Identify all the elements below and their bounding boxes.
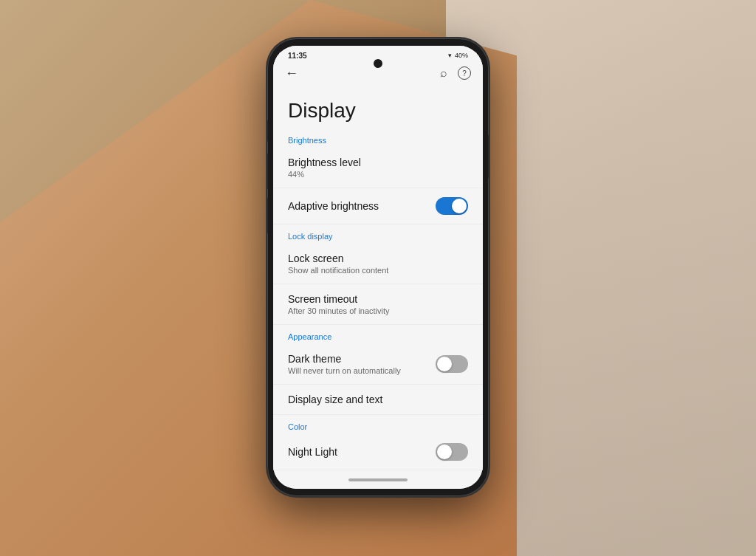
brightness-level-text: Brightness level 44% [288,157,468,179]
brightness-level-title: Brightness level [288,157,468,168]
lock-screen-title: Lock screen [288,253,468,264]
mute-button [267,120,268,142]
section-brightness-header: Brightness [273,128,483,148]
home-bar [348,478,408,481]
power-button [488,134,489,179]
volume-up-button [267,153,268,190]
screen-timeout-title: Screen timeout [288,293,468,305]
lock-screen-item[interactable]: Lock screen Show all notification conten… [273,244,483,284]
wifi-icon: ▾ [448,52,452,59]
help-icon[interactable]: ? [458,66,471,80]
dark-theme-subtitle: Will never turn on automatically [288,366,436,375]
search-icon[interactable]: ⌕ [440,66,447,80]
volume-down-button [267,197,268,234]
night-light-item[interactable]: Night Light [273,434,483,470]
night-light-title: Night Light [288,446,436,458]
dark-theme-item[interactable]: Dark theme Will never turn on automatica… [273,344,483,385]
section-color-header: Color [273,415,483,434]
section-lock-header: Lock display [273,224,483,244]
adaptive-brightness-item[interactable]: Adaptive brightness [273,188,483,224]
page-title: Display [273,87,483,128]
dark-theme-knob [437,357,452,371]
adaptive-brightness-text: Adaptive brightness [288,200,436,212]
back-button[interactable]: ← [285,66,298,81]
status-icons: ▾ 40% [448,52,468,59]
screen-timeout-text: Screen timeout After 30 minutes of inact… [288,293,468,315]
scene: 11:35 ▾ 40% ← ⌕ ? Display Brightness [0,0,756,556]
battery-icon: 40% [455,52,468,59]
nav-icons: ⌕ ? [440,66,471,80]
display-size-title: Display size and text [288,394,468,405]
adaptive-brightness-title: Adaptive brightness [288,200,436,212]
phone-screen: 11:35 ▾ 40% ← ⌕ ? Display Brightness [273,46,483,489]
dark-theme-text: Dark theme Will never turn on automatica… [288,353,436,375]
lock-screen-subtitle: Show all notification content [288,266,468,275]
home-indicator [273,471,483,489]
camera-notch [374,59,382,68]
section-appearance-header: Appearance [273,325,483,344]
night-light-knob [437,445,452,459]
settings-content: Display Brightness Brightness level 44% … [273,87,483,471]
display-size-text: Display size and text [288,394,468,405]
phone: 11:35 ▾ 40% ← ⌕ ? Display Brightness [267,38,489,496]
brightness-level-item[interactable]: Brightness level 44% [273,148,483,188]
night-light-text: Night Light [288,446,436,458]
night-light-toggle[interactable] [436,443,468,461]
screen-timeout-item[interactable]: Screen timeout After 30 minutes of inact… [273,284,483,325]
lock-screen-text: Lock screen Show all notification conten… [288,253,468,275]
dark-theme-title: Dark theme [288,353,436,365]
display-size-item[interactable]: Display size and text [273,385,483,415]
adaptive-brightness-toggle[interactable] [436,197,468,215]
adaptive-brightness-knob [452,199,467,213]
status-time: 11:35 [288,52,307,60]
screen-timeout-subtitle: After 30 minutes of inactivity [288,306,468,315]
dark-theme-toggle[interactable] [436,355,468,373]
brightness-level-subtitle: 44% [288,170,468,179]
